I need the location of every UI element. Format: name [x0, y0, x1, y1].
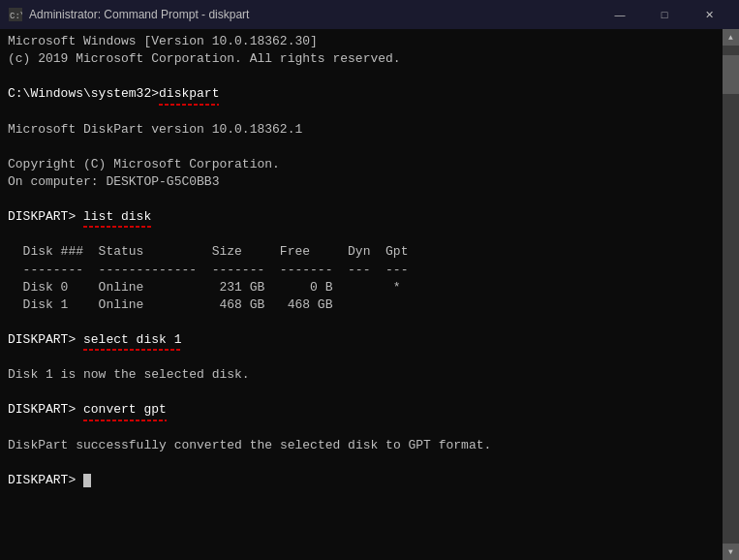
converted-text: converted [174, 438, 242, 452]
blank-line [8, 139, 715, 156]
prompt-line: DISKPART> [8, 472, 715, 489]
cmd-underline: convert gpt [83, 401, 167, 419]
scroll-up-arrow[interactable]: ▲ [723, 29, 739, 46]
cmd-line: C:\Windows\system32>diskpart [8, 85, 715, 103]
output-line: Disk 1 is now the selected disk. [8, 366, 715, 384]
copyright-line: Copyright (C) Microsoft Corporation. [8, 156, 715, 173]
cursor [83, 474, 91, 487]
scroll-down-arrow[interactable]: ▼ [723, 544, 739, 560]
cmd-line: DISKPART> convert gpt [8, 401, 715, 419]
scroll-track[interactable] [723, 46, 739, 544]
output-line: Microsoft DiskPart version 10.0.18362.1 [8, 121, 715, 139]
cmd-underline: list disk [83, 208, 151, 226]
window-title: Administrator: Command Prompt - diskpart [29, 8, 598, 21]
maximize-button[interactable]: □ [642, 0, 687, 29]
output-line: (c) 2019 Microsoft Corporation. All righ… [8, 50, 715, 68]
scroll-thumb[interactable] [723, 55, 739, 94]
selected-text: selected [143, 367, 203, 382]
terminal-output[interactable]: Microsoft Windows [Version 10.0.18362.30… [0, 29, 723, 560]
disk0-row: Disk 0 Online 231 GB 0 B * [8, 279, 715, 296]
table-sep: -------- ------------- ------- ------- -… [8, 262, 715, 279]
blank-line [8, 226, 715, 243]
blank-line [8, 68, 715, 85]
output-line: Microsoft Windows [Version 10.0.18362.30… [8, 33, 715, 50]
close-button[interactable]: ✕ [687, 0, 731, 29]
minimize-button[interactable]: — [598, 0, 642, 29]
blank-line [8, 384, 715, 401]
table-header: Disk ### Status Size Free Dyn Gpt [8, 243, 715, 261]
window: C:\ Administrator: Command Prompt - disk… [0, 0, 739, 560]
blank-line [8, 420, 715, 437]
scrollbar[interactable]: ▲ ▼ [723, 29, 739, 560]
blank-line [8, 314, 715, 331]
content-area: Microsoft Windows [Version 10.0.18362.30… [0, 29, 739, 560]
disk1-row: Disk 1 Online 468 GB 468 GB [8, 296, 715, 314]
cmd-line: DISKPART> select disk 1 [8, 331, 715, 349]
blank-line [8, 104, 715, 121]
output-line: DiskPart successfully converted the sele… [8, 437, 715, 454]
blank-line [8, 191, 715, 208]
title-bar: C:\ Administrator: Command Prompt - disk… [0, 0, 739, 29]
cmd-icon: C:\ [8, 7, 23, 22]
cmd-line: DISKPART> list disk [8, 208, 715, 226]
window-controls: — □ ✕ [598, 0, 731, 29]
blank-line [8, 349, 715, 366]
computer-line: On computer: DESKTOP-G5C0BB3 [8, 173, 715, 191]
svg-text:C:\: C:\ [10, 12, 22, 21]
cmd-underline: select disk 1 [83, 331, 181, 349]
cmd-underline: diskpart [159, 85, 219, 103]
selected-text2: selected [280, 438, 340, 452]
blank-line [8, 454, 715, 472]
